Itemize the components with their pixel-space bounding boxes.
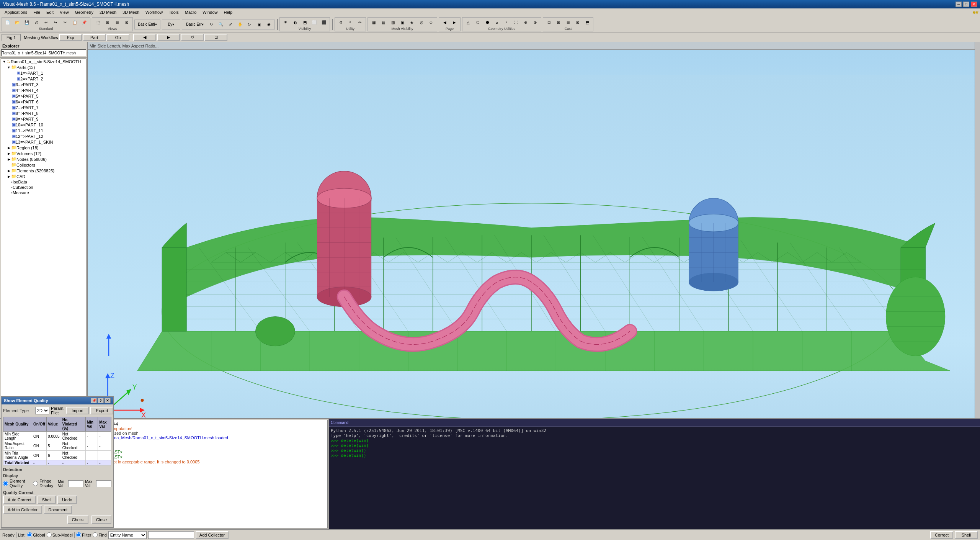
toolbar-fit[interactable]: ⤢ xyxy=(226,20,235,29)
tb-cast-4[interactable]: ⊠ xyxy=(573,18,582,26)
filter-radio[interactable] xyxy=(76,532,81,537)
menu-file[interactable]: File xyxy=(30,9,43,15)
tree-collectors[interactable]: 📁 Collectors xyxy=(1,162,86,168)
tree-expand-nodes[interactable]: ▶ xyxy=(7,157,11,161)
toolbar-new[interactable]: 📄 xyxy=(3,18,12,26)
toolbar-err-btn[interactable]: Basic Err▾ xyxy=(183,20,206,29)
tree-cad[interactable]: ▶ 📁 CAD xyxy=(1,173,86,179)
toolbar-cut[interactable]: ✂ xyxy=(60,18,70,26)
tb-gu-2[interactable]: ⬡ xyxy=(473,18,482,26)
tb-vis-5[interactable]: ⬛ xyxy=(319,18,328,26)
toolbar-undo[interactable]: ↩ xyxy=(41,18,51,26)
tree-part-9[interactable]: ▣ 9=>PART_9 xyxy=(1,116,86,122)
tree-expand-root[interactable]: ▼ xyxy=(2,60,7,64)
minimize-button[interactable]: ─ xyxy=(956,2,962,7)
tree-part-7[interactable]: ▣ 7=>PART_7 xyxy=(1,105,86,110)
eq-document-btn[interactable]: Document xyxy=(44,506,72,514)
tab-fig[interactable]: Fig:1 xyxy=(2,34,21,41)
toolbar-view-3[interactable]: ⊟ xyxy=(113,18,122,26)
fringe-display-radio-input[interactable] xyxy=(33,481,38,486)
toolbar-pan[interactable]: ✋ xyxy=(235,20,245,29)
menu-workflow[interactable]: Workflow xyxy=(142,9,166,15)
eq-close[interactable]: ✕ xyxy=(105,398,111,403)
tree-expand-vol[interactable]: ▶ xyxy=(7,152,11,155)
tb-util-1[interactable]: ⚙ xyxy=(336,18,345,26)
shell-bottom-btn[interactable]: Shell xyxy=(955,531,978,539)
gb-button[interactable]: Gb xyxy=(106,34,129,41)
tb-mv-4[interactable]: ▣ xyxy=(398,18,407,26)
tree-part-1[interactable]: ▣ 1=>PART_1 xyxy=(1,70,86,76)
min-val-input[interactable] xyxy=(68,480,83,487)
tb-gu-5[interactable]: ⋮ xyxy=(502,18,511,26)
part-button[interactable]: Part xyxy=(83,34,106,41)
eq-undo-btn[interactable]: Undo xyxy=(57,496,77,504)
toolbar-basic-enti-btn[interactable]: Basic Enti▾ xyxy=(136,20,159,29)
toolbar-redo[interactable]: ↪ xyxy=(51,18,60,26)
tree-measure[interactable]: ▪ Measure xyxy=(1,190,86,195)
menu-applications[interactable]: Applications xyxy=(2,9,30,15)
menu-geometry[interactable]: Geometry xyxy=(72,9,96,15)
window-controls[interactable]: ─ □ ✕ xyxy=(956,2,977,7)
tree-part-10[interactable]: ▣ 10=>PART_10 xyxy=(1,122,86,128)
tree-part-12[interactable]: ▣ 12=>PART_12 xyxy=(1,133,86,139)
tb-gu-7[interactable]: ⊕ xyxy=(521,18,530,26)
tb-cast-2[interactable]: ⊞ xyxy=(554,18,563,26)
tree-cutsection[interactable]: ▪ CutSection xyxy=(1,185,86,190)
toolbar-view-1[interactable]: ⬚ xyxy=(93,18,103,26)
filter-input[interactable] xyxy=(148,531,194,539)
toolbar-print[interactable]: 🖨 xyxy=(32,18,41,26)
tb-page-2[interactable]: ▶ xyxy=(450,18,459,26)
tb-mv-3[interactable]: ▥ xyxy=(388,18,397,26)
close-button[interactable]: ✕ xyxy=(971,2,977,7)
entity-name-select[interactable]: Entity Name xyxy=(108,531,147,539)
toolbar-paste[interactable]: 📌 xyxy=(80,18,89,26)
toolbar-by-btn[interactable]: By▾ xyxy=(163,20,179,29)
correct-btn[interactable]: Correct xyxy=(930,531,953,539)
tb-page-1[interactable]: ◀ xyxy=(440,18,449,26)
secondary-tb-2[interactable]: ▶ xyxy=(157,34,180,41)
tree-expand-cad[interactable]: ▶ xyxy=(7,175,11,178)
eq-add-to-collector-btn[interactable]: Add to Collector xyxy=(3,506,42,514)
eq-pin[interactable]: 📌 xyxy=(91,398,97,403)
menu-view[interactable]: View xyxy=(57,9,72,15)
export-button[interactable]: Export xyxy=(90,407,113,414)
tb-vis-1[interactable]: 👁 xyxy=(281,18,290,26)
tree-part-8[interactable]: ▣ 8=>PART_8 xyxy=(1,110,86,116)
menu-3d-mesh[interactable]: 3D Mesh xyxy=(119,9,142,15)
toolbar-ortho[interactable]: ◉ xyxy=(264,20,273,29)
tb-mv-5[interactable]: ◈ xyxy=(407,18,416,26)
max-val-input[interactable] xyxy=(96,480,111,487)
toolbar-zoom[interactable]: 🔍 xyxy=(216,20,225,29)
tree-part-5[interactable]: ▣ 5=>PART_5 xyxy=(1,93,86,99)
menu-2d-mesh[interactable]: 2D Mesh xyxy=(96,9,119,15)
tree-isodata[interactable]: ▪ IsoData xyxy=(1,179,86,185)
toolbar-select[interactable]: ▷ xyxy=(245,20,254,29)
tree-part-4[interactable]: ▣ 4=>PART_4 xyxy=(1,87,86,93)
secondary-tb-4[interactable]: ⊡ xyxy=(204,34,227,41)
tb-vis-4[interactable]: ⬜ xyxy=(310,18,319,26)
tree-elements[interactable]: ▶ 📁 Elements (5293825) xyxy=(1,168,86,173)
tree-expand-elem[interactable]: ▶ xyxy=(7,169,11,173)
tree-nodes[interactable]: ▶ 📁 Nodes (858806) xyxy=(1,156,86,162)
secondary-tb-3[interactable]: ↺ xyxy=(181,34,204,41)
console-output[interactable]: Python 2.5.1 (r251:54863, Jun 29 2011, 1… xyxy=(329,427,980,529)
sub-model-radio[interactable] xyxy=(47,532,52,537)
eq-close-btn[interactable]: Close xyxy=(91,515,111,524)
toolbar-open[interactable]: 📂 xyxy=(13,18,22,26)
tree-root[interactable]: ▼ 🗂 Rama01_x_t_sim5-Size14_SMOOTH xyxy=(1,59,86,64)
tb-mv-1[interactable]: ▦ xyxy=(369,18,378,26)
tree-expand-parts[interactable]: ▼ xyxy=(7,65,11,69)
tb-cast-1[interactable]: ⊡ xyxy=(544,18,554,26)
add-collector-bottom-btn[interactable]: Add Collector xyxy=(196,531,229,539)
tb-gu-6[interactable]: ⛶ xyxy=(511,18,521,26)
toolbar-save[interactable]: 💾 xyxy=(22,18,31,26)
tb-gu-3[interactable]: ⬢ xyxy=(483,18,492,26)
find-radio[interactable] xyxy=(93,532,98,537)
file-path-input[interactable] xyxy=(1,49,86,56)
tb-gu-8[interactable]: ⊗ xyxy=(531,18,540,26)
element-type-select[interactable]: 2D 3D xyxy=(35,407,49,414)
tree-part-6[interactable]: ▣ 6=>PART_6 xyxy=(1,99,86,105)
tb-util-3[interactable]: ✏ xyxy=(355,18,364,26)
menu-edit[interactable]: Edit xyxy=(43,9,57,15)
element-quality-radio-input[interactable] xyxy=(3,481,8,486)
